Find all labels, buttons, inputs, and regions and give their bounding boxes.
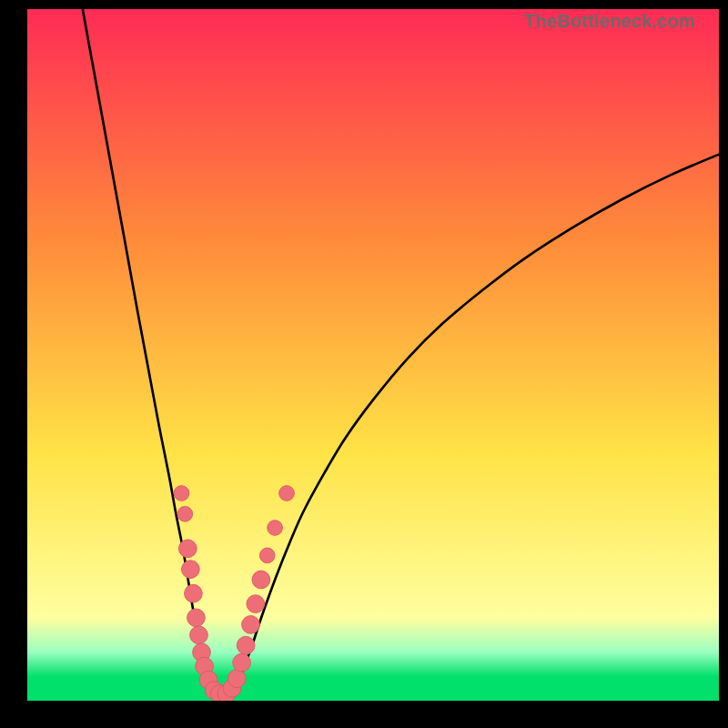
dot [242, 616, 260, 634]
dot [177, 506, 193, 521]
curve-path [83, 9, 719, 696]
dot [181, 561, 199, 579]
dot [228, 670, 246, 688]
curve-layer [27, 9, 719, 701]
dot [190, 626, 208, 644]
dot [252, 571, 270, 589]
dot [268, 521, 283, 536]
watermark-text: TheBottleneck.com [524, 11, 695, 32]
bottleneck-curve [83, 9, 719, 696]
dot [247, 595, 265, 613]
dot [279, 486, 295, 501]
dot [233, 653, 251, 672]
dot [178, 540, 197, 558]
plot-area [27, 9, 719, 701]
scatter-dots [174, 486, 294, 701]
chart-frame: TheBottleneck.com [0, 0, 728, 728]
dot [237, 636, 255, 654]
dot [185, 584, 203, 602]
dot [187, 609, 206, 627]
dot [259, 548, 275, 563]
dot [174, 486, 189, 501]
